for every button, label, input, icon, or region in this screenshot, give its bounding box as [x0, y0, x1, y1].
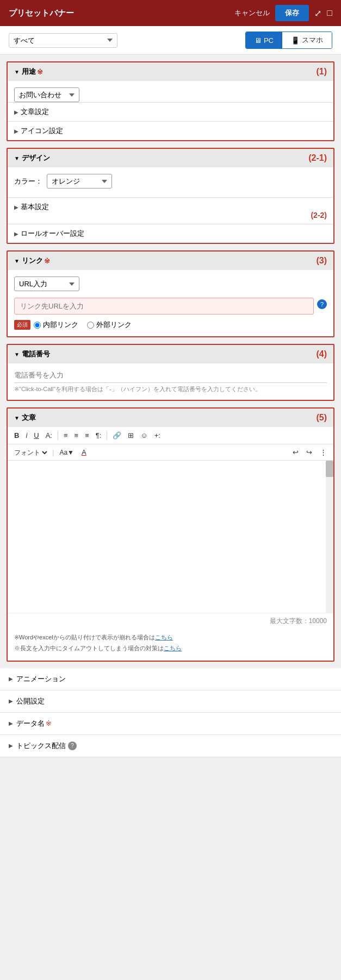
section-4-title-row: ▼ 電話番号: [14, 349, 50, 359]
note2-link[interactable]: こちら: [164, 645, 182, 651]
italic-button[interactable]: i: [23, 430, 29, 441]
animation-label: アニメーション: [16, 674, 66, 684]
align-center-button[interactable]: ≡: [72, 430, 81, 441]
expand-icon[interactable]: ⤢: [314, 8, 321, 18]
device-sp-button[interactable]: 📱 スマホ: [282, 32, 332, 48]
more-button[interactable]: +:: [152, 430, 163, 441]
more-options-button[interactable]: ⋮: [318, 447, 329, 457]
dataname-section: ▶ データ名 ※: [0, 713, 341, 735]
device-toggle: 🖥 PC 📱 スマホ: [245, 32, 332, 49]
sub-rollover-header[interactable]: ▶ ロールオーバー設定: [14, 229, 327, 238]
dataname-header[interactable]: ▶ データ名 ※: [0, 713, 341, 734]
fontsize-button[interactable]: A:: [44, 430, 54, 441]
filter-bar: すべて 🖥 PC 📱 スマホ: [0, 26, 341, 55]
section-5: ▼ 文章 (5) B i U A: ≡ ≡ ≡ ¶: 🔗 ⊞ ☺ +: フォント: [7, 407, 334, 662]
font-color-btn[interactable]: A: [79, 447, 89, 457]
sub2-label: アイコン設定: [21, 126, 63, 136]
internal-radio-input[interactable]: [34, 322, 41, 329]
sub-arrow-1: ▶: [14, 109, 18, 115]
device-pc-button[interactable]: 🖥 PC: [246, 32, 282, 48]
bold-button[interactable]: B: [12, 430, 21, 441]
align-left-button[interactable]: ≡: [61, 430, 70, 441]
color-label: カラー：: [14, 177, 42, 186]
section-2-header[interactable]: ▼ デザイン (2-1): [8, 149, 333, 167]
link-radio-row: 必須 内部リンク 外部リンク: [14, 320, 327, 330]
section-3-header[interactable]: ▼ リンク ※ (3): [8, 252, 333, 270]
section-2-2-number: (2-2): [311, 211, 327, 219]
section-5-header[interactable]: ▼ 文章 (5): [8, 409, 333, 427]
sub-section-icon-header[interactable]: ▶ アイコン設定: [14, 126, 327, 136]
animation-section: ▶ アニメーション: [0, 668, 341, 690]
undo-button[interactable]: ↩: [290, 447, 301, 457]
topics-help-icon[interactable]: ?: [68, 742, 77, 750]
section-4: ▼ 電話番号 (4) ※"Click-to-Call"を利用する場合は「-」（ハ…: [7, 344, 334, 401]
required-badge: 必須: [14, 320, 30, 330]
sub-section-icon-settings: ▶ アイコン設定: [8, 121, 333, 140]
section-2-2-number-container: (2-2): [8, 211, 333, 224]
section-5-title-row: ▼ 文章: [14, 413, 36, 423]
section-1-number: (1): [316, 67, 327, 77]
emoji-button[interactable]: ☺: [138, 430, 150, 441]
cancel-button[interactable]: キャンセル: [234, 8, 270, 18]
section-4-header[interactable]: ▼ 電話番号 (4): [8, 345, 333, 363]
topics-arrow: ▶: [9, 743, 13, 749]
toolbar-sep-font: |: [52, 448, 54, 456]
section-2-title-row: ▼ デザイン: [14, 153, 50, 163]
phone-note: ※"Click-to-Call"を利用する場合は「-」（ハイフン）を入れて電話番…: [14, 385, 327, 393]
editor-toolbar-1: B i U A: ≡ ≡ ≡ ¶: 🔗 ⊞ ☺ +:: [8, 427, 333, 444]
link-button[interactable]: 🔗: [110, 430, 123, 441]
sub-arrow-3: ▶: [14, 204, 18, 210]
pilcrow-button[interactable]: ¶:: [94, 430, 104, 441]
section-3: ▼ リンク ※ (3) URL入力 ? 必須 内部リンク: [7, 250, 334, 337]
section-4-arrow: ▼: [14, 351, 20, 357]
sp-icon: 📱: [291, 36, 300, 45]
redo-button[interactable]: ↪: [304, 447, 314, 457]
color-select[interactable]: オレンジ: [47, 174, 112, 189]
note1-link[interactable]: こちら: [155, 634, 173, 640]
list-button[interactable]: ≡: [83, 430, 91, 441]
editor-scrollbar[interactable]: [326, 461, 333, 613]
section-4-body: ※"Click-to-Call"を利用する場合は「-」（ハイフン）を入れて電話番…: [8, 363, 333, 400]
phone-input[interactable]: [14, 368, 327, 383]
table-button[interactable]: ⊞: [126, 430, 136, 441]
editor-notes: ※Wordやexcelからの貼り付けで表示が崩れる場合はこちら ※長文を入力中に…: [8, 629, 333, 661]
topics-label: トピックス配信: [16, 741, 66, 751]
editor-note-1: ※Wordやexcelからの貼り付けで表示が崩れる場合はこちら: [14, 632, 327, 643]
animation-header[interactable]: ▶ アニメーション: [0, 668, 341, 690]
section-1-header[interactable]: ▼ 用途 ※ (1): [8, 62, 333, 81]
external-link-label: 外部リンク: [96, 320, 132, 330]
scrollbar-thumb[interactable]: [326, 461, 333, 477]
external-link-radio[interactable]: 外部リンク: [87, 320, 132, 330]
purpose-select[interactable]: お問い合わせ: [14, 87, 79, 102]
section-3-number: (3): [316, 256, 327, 266]
section-1-body: お問い合わせ: [8, 81, 333, 102]
section-1: ▼ 用途 ※ (1) お問い合わせ ▶ 文章設定 ▶ アイコン設定: [7, 61, 334, 141]
sub-section-text-header[interactable]: ▶ 文章設定: [14, 107, 327, 117]
topics-header[interactable]: ▶ トピックス配信 ?: [0, 735, 341, 757]
window-icon[interactable]: □: [327, 8, 332, 18]
internal-link-radio[interactable]: 必須 内部リンク: [14, 320, 78, 330]
section-5-number: (5): [316, 413, 327, 423]
save-button[interactable]: 保存: [275, 5, 309, 21]
link-type-select[interactable]: URL入力: [14, 277, 79, 291]
animation-arrow: ▶: [9, 676, 13, 682]
section-4-label: 電話番号: [22, 349, 50, 359]
dataname-label: データ名: [16, 719, 45, 728]
section-3-title-row: ▼ リンク ※: [14, 256, 50, 266]
filter-select[interactable]: すべて: [9, 33, 117, 48]
section-2: ▼ デザイン (2-1) カラー： オレンジ ▶ 基本設定 (2-2) ▶: [7, 148, 334, 244]
section-1-title-row: ▼ 用途 ※: [14, 67, 43, 77]
font-select[interactable]: フォント: [12, 448, 49, 457]
section-5-arrow: ▼: [14, 415, 20, 421]
underline-button[interactable]: U: [32, 430, 41, 441]
font-size-btn[interactable]: Aa▼: [57, 448, 76, 457]
url-help-icon[interactable]: ?: [317, 299, 327, 309]
url-input-row: ?: [14, 293, 327, 315]
editor-content[interactable]: [8, 461, 333, 613]
url-input[interactable]: [14, 298, 314, 315]
publish-label: 公開設定: [16, 696, 45, 706]
publish-header[interactable]: ▶ 公開設定: [0, 690, 341, 712]
header: プリセットバナー キャンセル 保存 ⤢ □: [0, 0, 341, 26]
external-radio-input[interactable]: [87, 322, 94, 329]
toolbar-sep-2: [107, 431, 107, 440]
